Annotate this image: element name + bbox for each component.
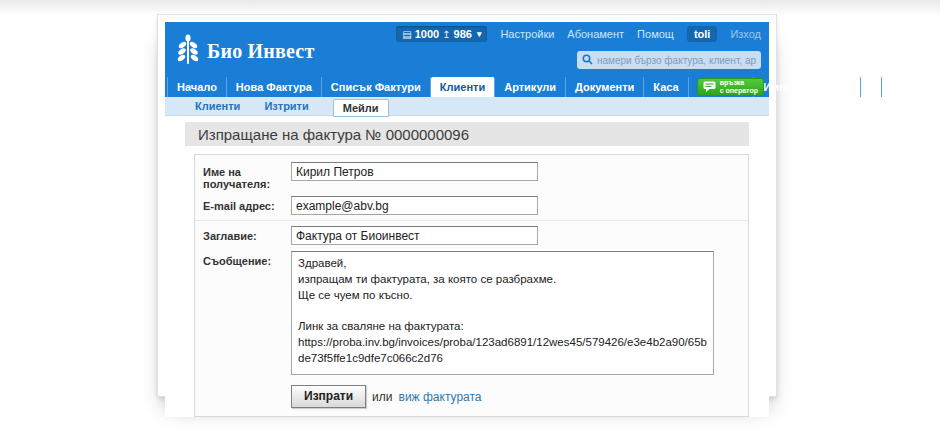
subject-input[interactable] bbox=[291, 226, 538, 245]
message-row: Съобщение: Здравей, изпращам ти фактурат… bbox=[195, 248, 748, 378]
tab-home[interactable]: Начало bbox=[167, 77, 227, 97]
row-divider bbox=[195, 220, 748, 221]
send-invoice-form: Име на получателя: E-mail адрес: Заглави… bbox=[194, 154, 749, 417]
message-textarea[interactable]: Здравей, изпращам ти фактурата, за която… bbox=[291, 251, 714, 375]
search-box bbox=[577, 51, 761, 69]
message-label: Съобщение: bbox=[203, 251, 291, 267]
main-content: Изпращане на фактура № 0000000096 Име на… bbox=[165, 122, 769, 417]
top-bar: Био Инвест ▤1000 ↥986 ▾ Настройки Абонам… bbox=[165, 22, 769, 77]
subtab-mails[interactable]: Мейли bbox=[333, 99, 389, 117]
email-row: E-mail адрес: bbox=[195, 193, 748, 218]
page-title: Изпращане на фактура № 0000000096 bbox=[185, 122, 749, 146]
operator-chat-button[interactable]: връзка с оператор bbox=[697, 78, 764, 96]
tab-import-export[interactable]: Импорт/експорт bbox=[754, 77, 860, 97]
topnav-link-settings[interactable]: Настройки bbox=[500, 28, 554, 40]
tab-documents[interactable]: Документи bbox=[566, 77, 644, 97]
tab-invoice-list[interactable]: Списък Фактури bbox=[322, 77, 431, 97]
subtab-clients[interactable]: Клиенти bbox=[195, 100, 240, 112]
search-input[interactable] bbox=[597, 55, 756, 66]
upload-count: 986 bbox=[454, 28, 472, 40]
tab-more[interactable]: ▾ bbox=[861, 77, 883, 97]
logo[interactable]: Био Инвест bbox=[176, 34, 314, 68]
documents-count-icon: ▤ bbox=[402, 29, 411, 40]
user-menu[interactable]: toli bbox=[687, 26, 718, 42]
email-label: E-mail адрес: bbox=[203, 196, 291, 212]
subtab-deleted[interactable]: Изтрити bbox=[264, 100, 308, 112]
main-nav: Начало Нова Фактура Списък Фактури Клиен… bbox=[165, 77, 769, 97]
upload-count-icon: ↥ bbox=[442, 29, 450, 40]
recipient-row: Име на получателя: bbox=[195, 159, 748, 193]
form-actions: Изпрати или виж фактурата bbox=[291, 385, 748, 408]
recipient-input[interactable] bbox=[291, 162, 538, 181]
email-input[interactable] bbox=[291, 196, 538, 215]
subject-row: Заглавие: bbox=[195, 223, 748, 248]
logo-text: Био Инвест bbox=[207, 40, 314, 63]
sub-nav: Клиенти Изтрити Мейли bbox=[165, 97, 769, 116]
recipient-label: Име на получателя: bbox=[203, 162, 291, 190]
logout-link[interactable]: Изход bbox=[730, 28, 761, 40]
topnav-link-help[interactable]: Помощ bbox=[637, 28, 674, 40]
top-links-row: ▤1000 ↥986 ▾ Настройки Абонамент Помощ t… bbox=[396, 26, 761, 42]
or-text: или bbox=[372, 390, 392, 404]
tab-cash[interactable]: Каса bbox=[644, 77, 688, 97]
usage-stats[interactable]: ▤1000 ↥986 ▾ bbox=[396, 26, 487, 42]
tab-new-invoice[interactable]: Нова Фактура bbox=[227, 77, 322, 97]
topnav-link-subscription[interactable]: Абонамент bbox=[567, 28, 624, 40]
app-window: Био Инвест ▤1000 ↥986 ▾ Настройки Абонам… bbox=[157, 14, 777, 397]
tab-clients[interactable]: Клиенти bbox=[431, 77, 495, 97]
documents-count: 1000 bbox=[415, 28, 439, 40]
header: Био Инвест ▤1000 ↥986 ▾ Настройки Абонам… bbox=[165, 22, 769, 97]
subject-label: Заглавие: bbox=[203, 226, 291, 242]
operator-badge-label: връзка с оператор bbox=[720, 79, 758, 96]
chevron-down-icon: ▾ bbox=[869, 82, 874, 92]
view-invoice-link[interactable]: виж фактурата bbox=[399, 390, 482, 404]
tab-articles[interactable]: Артикули bbox=[495, 77, 566, 97]
chat-icon bbox=[703, 78, 716, 96]
chevron-down-icon: ▾ bbox=[477, 29, 482, 39]
wheat-icon bbox=[176, 34, 200, 68]
search-icon bbox=[582, 51, 593, 69]
send-button[interactable]: Изпрати bbox=[291, 385, 366, 408]
